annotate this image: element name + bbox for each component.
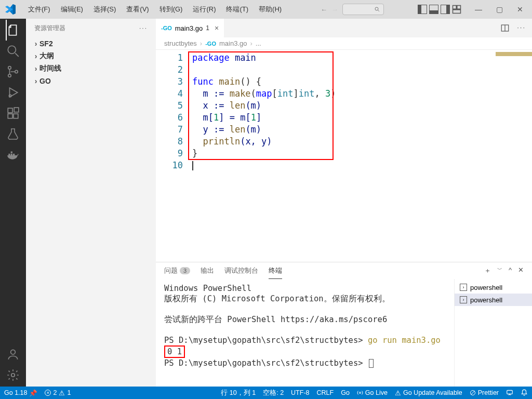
panel-tab-debug[interactable]: 调试控制台 <box>224 263 258 278</box>
code-lines[interactable]: package main func main() { m := make(map… <box>192 50 336 262</box>
title-center: ← → <box>287 4 418 15</box>
layout-right-icon[interactable] <box>441 5 450 14</box>
menu-file[interactable]: 文件(F) <box>23 5 56 14</box>
title-back-icon[interactable]: ← <box>321 6 327 14</box>
pin-icon: 📌 <box>29 389 37 397</box>
panel-actions: ＋ ﹀ ^ ✕ <box>484 266 524 275</box>
title-search-box[interactable] <box>342 4 384 15</box>
menu-edit[interactable]: 编辑(E) <box>56 5 88 14</box>
menu-run[interactable]: 运行(R) <box>188 5 221 14</box>
window-close-button[interactable]: ✕ <box>512 2 528 17</box>
editor-more-icon[interactable]: ··· <box>517 23 526 33</box>
terminal-session-list: ›powershell ›powershell <box>454 279 532 387</box>
layout-custom-icon[interactable] <box>452 5 461 14</box>
editor-cursor <box>192 161 193 170</box>
extensions-icon[interactable] <box>6 106 20 121</box>
window-maximize-button[interactable]: ▢ <box>491 2 507 17</box>
layout-bottom-icon[interactable] <box>429 5 438 14</box>
error-icon: × <box>45 390 51 396</box>
panel-tab-problems[interactable]: 问题3 <box>164 263 190 278</box>
terminal-cursor <box>369 359 374 368</box>
breadcrumb[interactable]: structbytes › -GO main3.go › ... <box>156 37 532 50</box>
svg-rect-16 <box>11 154 12 155</box>
layout-left-icon[interactable] <box>418 5 427 14</box>
line-gutter: 12345678910 <box>156 50 192 262</box>
breadcrumb-sep: › <box>200 39 202 47</box>
tab-close-icon[interactable]: × <box>215 24 219 32</box>
status-golive[interactable]: Go Live <box>357 389 388 396</box>
tree-go[interactable]: ›GO <box>26 75 156 87</box>
svg-point-23 <box>359 392 361 394</box>
terminal-view[interactable]: Windows PowerShell 版权所有 (C) Microsoft Co… <box>156 279 454 387</box>
settings-gear-icon[interactable] <box>6 368 20 382</box>
svg-line-1 <box>378 10 380 12</box>
menu-view[interactable]: 查看(V) <box>121 5 154 14</box>
window-minimize-button[interactable]: — <box>471 2 486 17</box>
account-icon[interactable] <box>6 347 20 362</box>
titlebar: 文件(F) 编辑(E) 选择(S) 查看(V) 转到(G) 运行(R) 终端(T… <box>0 0 532 19</box>
breadcrumb-root[interactable]: structbytes <box>164 39 197 47</box>
panel-close-icon[interactable]: ✕ <box>518 266 524 275</box>
editor-tabs: -GO main3.go 1 × ··· <box>156 19 532 37</box>
status-language[interactable]: Go <box>341 389 350 396</box>
svg-point-10 <box>9 95 11 97</box>
svg-rect-3 <box>457 6 461 9</box>
svg-rect-26 <box>507 390 513 394</box>
new-terminal-dropdown-icon[interactable]: ﹀ <box>497 266 502 275</box>
menu-goto[interactable]: 转到(G) <box>154 5 188 14</box>
svg-point-8 <box>8 74 11 77</box>
breadcrumb-sep: › <box>250 39 252 47</box>
bottom-panel: 问题3 输出 调试控制台 终端 ＋ ﹀ ^ ✕ Windows PowerShe… <box>156 262 532 387</box>
terminal-session-1[interactable]: ›powershell <box>455 281 532 294</box>
go-file-icon: -GO <box>161 25 172 31</box>
search-activity-icon[interactable] <box>6 44 20 58</box>
tree-timeline[interactable]: ›时间线 <box>26 62 156 75</box>
menu-terminal[interactable]: 终端(T) <box>221 5 254 14</box>
svg-line-6 <box>15 53 19 57</box>
panel-body: Windows PowerShell 版权所有 (C) Microsoft Co… <box>156 279 532 387</box>
breadcrumb-file[interactable]: main3.go <box>219 39 247 47</box>
panel-tab-terminal[interactable]: 终端 <box>269 263 282 279</box>
source-control-icon[interactable] <box>6 64 20 79</box>
sidebar-title-label: 资源管理器 <box>34 24 65 33</box>
explorer-icon[interactable] <box>6 23 20 37</box>
title-controls: — ▢ ✕ <box>418 2 528 17</box>
split-editor-icon[interactable] <box>500 23 510 33</box>
editor-area: -GO main3.go 1 × ··· structbytes › -GO m… <box>156 19 532 387</box>
vscode-logo-icon <box>4 3 17 16</box>
svg-rect-15 <box>8 154 10 155</box>
tree-outline[interactable]: ›大纲 <box>26 50 156 62</box>
testing-icon[interactable] <box>6 127 20 141</box>
title-fwd-icon[interactable]: → <box>331 6 338 14</box>
menu-select[interactable]: 选择(S) <box>88 5 121 14</box>
status-cursor-position[interactable]: 行 10，列 1 <box>221 389 256 397</box>
status-encoding[interactable]: UTF-8 <box>291 389 309 396</box>
search-icon <box>374 6 380 12</box>
terminal-session-2[interactable]: ›powershell <box>455 294 532 306</box>
panel-maximize-icon[interactable]: ^ <box>509 266 512 275</box>
svg-rect-17 <box>13 154 15 155</box>
new-terminal-icon[interactable]: ＋ <box>484 266 491 275</box>
status-bell-icon[interactable] <box>521 389 528 396</box>
code-editor[interactable]: 12345678910 package main func main() { m… <box>156 50 532 262</box>
sidebar-more-icon[interactable]: ··· <box>139 24 148 32</box>
tab-main3-go[interactable]: -GO main3.go 1 × <box>156 19 224 37</box>
status-indent[interactable]: 空格: 2 <box>263 389 284 397</box>
svg-point-20 <box>11 374 15 377</box>
panel-tab-output[interactable]: 输出 <box>201 263 214 278</box>
status-feedback-icon[interactable] <box>506 389 513 396</box>
status-eol[interactable]: CRLF <box>317 389 334 396</box>
run-debug-icon[interactable] <box>6 85 20 100</box>
terminal-icon: › <box>460 284 467 291</box>
tree-folder-sf2[interactable]: ›SF2 <box>26 37 156 50</box>
breadcrumb-more[interactable]: ... <box>256 39 261 47</box>
status-prettier[interactable]: Prettier <box>470 389 499 396</box>
svg-point-0 <box>375 7 378 10</box>
status-bar: Go 1.18📌 ×2 1 行 10，列 1 空格: 2 UTF-8 CRLF … <box>0 387 532 399</box>
docker-icon[interactable] <box>6 148 20 162</box>
status-go-update[interactable]: Go Update Available <box>395 389 462 397</box>
menu-help[interactable]: 帮助(H) <box>254 5 287 14</box>
status-problems[interactable]: ×2 1 <box>45 389 71 397</box>
svg-rect-18 <box>11 152 12 153</box>
status-go-version[interactable]: Go 1.18📌 <box>4 389 37 397</box>
